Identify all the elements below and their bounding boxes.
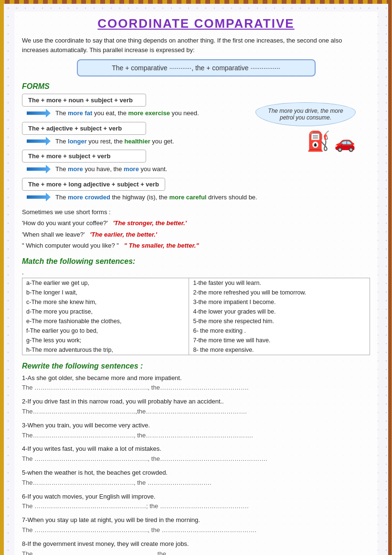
- rewrite-4-sentence: If you writes fast, you will make a lot …: [28, 445, 161, 452]
- short-form-2-plain: 'When shall we leave?': [22, 231, 85, 238]
- car-illustration: ⛽ 🚗: [255, 130, 356, 152]
- form-4-label: The + more + long adjective + subject + …: [22, 178, 165, 191]
- short-form-3-colored: " The smaller, the better.": [124, 242, 199, 249]
- rewrite-title: Rewrite the following sentences :: [22, 362, 370, 370]
- formula-box: The + comparative ············, the + co…: [77, 59, 316, 76]
- form-1-label: The + more + noun + subject + verb: [22, 94, 146, 107]
- rewrite-3-number: 3-: [22, 422, 28, 429]
- short-form-3-plain: " Which computer would you like? ": [22, 242, 119, 249]
- match-section: Match the following sentences: . a-The e…: [22, 257, 370, 355]
- match-row-6: f-The earlier you go to bed, 6- the more…: [22, 326, 370, 336]
- rewrite-4-number: 4-: [22, 445, 28, 452]
- rewrite-2-line1: The…………………………………………..,the…………………………………………: [22, 408, 247, 415]
- rewrite-1-number: 1-: [22, 374, 28, 381]
- rewrite-6-line1: The ………………………………………………; the …………………………………: [22, 502, 249, 510]
- form-4-highlight-2: more careful: [169, 194, 206, 201]
- rewrite-item-4: 4-If you writes fast, you will make a lo…: [22, 444, 370, 464]
- short-form-1-colored: 'The stronger, the better.': [113, 219, 186, 227]
- form-3-highlight-2: more: [124, 165, 139, 173]
- match-title: Match the following sentences:: [22, 257, 370, 266]
- arrow-icon-4: [27, 193, 51, 201]
- rewrite-5-number: 5-: [22, 469, 28, 476]
- rewrite-5-sentence: when the weather is hot, the beaches get…: [28, 469, 168, 476]
- match-right-1: 1-the faster you will learn.: [189, 278, 370, 288]
- form-3-highlight-1: more: [68, 165, 83, 173]
- arrow-icon-2: [27, 137, 51, 145]
- rewrite-8-sentence: If the government invest money, they wil…: [28, 540, 189, 547]
- rewrite-item-3: 3-When you train, you will become very a…: [22, 421, 370, 441]
- rewrite-4-line1: The ………………………………………………., the…………………………………: [22, 455, 267, 462]
- match-dot: .: [22, 269, 370, 276]
- form-1-highlight-1: more fat: [68, 109, 92, 117]
- match-row-3: c-The more she knew him, 3-the more impa…: [22, 297, 370, 307]
- match-row-2: b-The longer I wait, 2-the more refreshe…: [22, 288, 370, 297]
- short-form-2-colored: 'The earlier, the better.': [90, 231, 157, 238]
- match-row-1: a-The earlier we get up, 1-the faster yo…: [22, 278, 370, 288]
- main-content: COORDINATE COMPARATIVE We use the coordi…: [22, 16, 370, 555]
- match-left-3: c-The more she knew him,: [22, 297, 189, 307]
- form-1-highlight-2: more exercise: [128, 109, 170, 117]
- form-3-example-text: The more you have, the more you want.: [55, 164, 167, 174]
- form-4-highlight-1: more crowded: [68, 194, 110, 201]
- short-form-1-plain: 'How do you want your coffee?': [22, 219, 108, 227]
- illustration-area: The more you drive, the more petrol you …: [255, 102, 356, 152]
- car-icon: 🚗: [334, 132, 356, 152]
- rewrite-1-line1: The ………………………………………………., the…………………………………: [22, 384, 249, 391]
- page: COORDINATE COMPARATIVE We use the coordi…: [0, 0, 392, 555]
- match-left-4: d-The more you practise,: [22, 307, 189, 316]
- match-row-4: d-The more you practise, 4-the lower you…: [22, 307, 370, 316]
- match-right-2: 2-the more refreshed you will be tomorro…: [189, 288, 370, 297]
- match-left-5: e-The more fashionable the clothes,: [22, 316, 189, 326]
- short-forms-section: Sometimes we use short forms : 'How do y…: [22, 207, 370, 251]
- match-right-7: 7-the more time we will have.: [189, 336, 370, 345]
- rewrite-item-5: 5-when the weather is hot, the beaches g…: [22, 468, 370, 488]
- rewrite-item-8: 8-If the government invest money, they w…: [22, 539, 370, 555]
- rewrite-item-7: 7-When you stay up late at night, you wi…: [22, 515, 370, 535]
- rewrite-item-2: 2-If you drive fast in this narrow road,…: [22, 397, 370, 417]
- rewrite-6-number: 6-: [22, 493, 28, 500]
- rewrite-3-line1: The…………………………………………., the…………………………………………: [22, 432, 253, 439]
- match-left-1: a-The earlier we get up,: [22, 278, 189, 288]
- rewrite-item-6: 6-If you watch movies, your English will…: [22, 492, 370, 512]
- form-2-highlight-1: longer: [68, 138, 87, 145]
- match-right-4: 4-the lower your grades will be.: [189, 307, 370, 316]
- rewrite-7-sentence: When you stay up late at night, you will…: [28, 516, 200, 523]
- rewrite-section: Rewrite the following sentences : 1-As s…: [22, 362, 370, 555]
- rewrite-7-number: 7-: [22, 516, 28, 523]
- short-forms-title: Sometimes we use short forms :: [22, 208, 111, 216]
- arrow-icon-3: [27, 165, 51, 174]
- form-1-example-text: The more fat you eat, the more exercise …: [55, 109, 199, 118]
- gas-station-icon: ⛽: [307, 130, 330, 152]
- match-row-5: e-The more fashionable the clothes, 5-th…: [22, 316, 370, 326]
- form-4: The + more + long adjective + subject + …: [22, 178, 370, 202]
- cloud-bubble: The more you drive, the more petrol you …: [255, 102, 356, 126]
- match-right-3: 3-the more impatient I become.: [189, 297, 370, 307]
- rewrite-3-sentence: When you train, you will become very act…: [28, 422, 150, 429]
- match-left-2: b-The longer I wait,: [22, 288, 189, 297]
- intro-text: We use the coordinate to say that one th…: [22, 36, 370, 54]
- rewrite-7-line1: The ………………………………………………., the ………………………………: [22, 526, 256, 533]
- match-left-8: h-The more adventurous the trip,: [22, 345, 189, 355]
- rewrite-5-line1: The…………………………………………., the ………………………….: [22, 479, 212, 486]
- rewrite-item-1: 1-As she got older, she became more and …: [22, 373, 370, 393]
- form-4-example: The more crowded the highway (is), the m…: [27, 193, 370, 202]
- form-2-label: The + adjective + subject + verb: [22, 122, 146, 135]
- page-title: COORDINATE COMPARATIVE: [22, 16, 370, 31]
- rewrite-8-line1: The …………………………………………………., the ……………………………: [22, 550, 263, 555]
- form-2-highlight-2: healthier: [125, 138, 150, 145]
- match-left-6: f-The earlier you go to bed,: [22, 326, 189, 336]
- rewrite-8-number: 8-: [22, 540, 28, 547]
- page-inner: COORDINATE COMPARATIVE We use the coordi…: [14, 11, 378, 555]
- cloud-text: The more you drive, the more petrol you …: [268, 108, 343, 121]
- arrow-icon-1: [27, 109, 51, 118]
- form-3-example: The more you have, the more you want.: [27, 164, 370, 174]
- form-3-label: The + more + subject + verb: [22, 150, 146, 163]
- match-right-6: 6- the more exiting .: [189, 326, 370, 336]
- match-right-5: 5-the more she respected him.: [189, 316, 370, 326]
- form-3: The + more + subject + verb The more you…: [22, 150, 370, 174]
- match-row-8: h-The more adventurous the trip, 8- the …: [22, 345, 370, 355]
- form-2-example-text: The longer you rest, the healthier you g…: [55, 137, 174, 146]
- match-table: a-The earlier we get up, 1-the faster yo…: [22, 278, 370, 355]
- form-4-example-text: The more crowded the highway (is), the m…: [55, 193, 257, 202]
- rewrite-2-sentence: If you drive fast in this narrow road, y…: [28, 398, 224, 405]
